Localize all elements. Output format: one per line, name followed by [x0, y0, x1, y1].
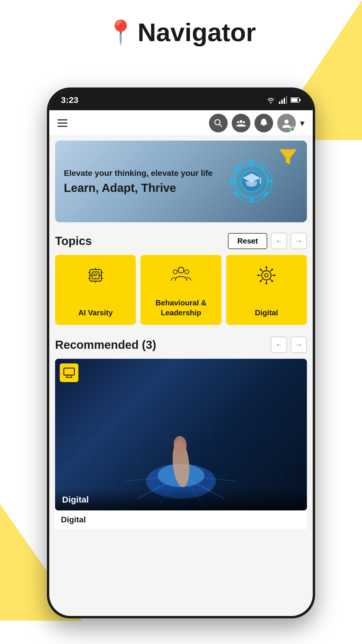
app-title: 📍 Navigator — [0, 18, 362, 47]
monitor-icon — [63, 368, 75, 378]
svg-rect-64 — [64, 368, 74, 375]
search-button[interactable] — [209, 114, 228, 132]
hero-title: Learn, Adapt, Thrive — [64, 181, 298, 195]
phone-notch — [143, 90, 219, 102]
topic-card-digital[interactable]: Digital — [226, 255, 307, 325]
svg-point-11 — [237, 121, 239, 123]
leadership-label: Behavioural & Leadership — [145, 298, 217, 318]
ai-varsity-label: AI Varsity — [78, 308, 113, 318]
svg-rect-1 — [279, 102, 280, 104]
svg-point-10 — [240, 120, 242, 123]
svg-point-44 — [173, 270, 177, 274]
wifi-icon — [266, 96, 275, 104]
svg-line-9 — [219, 124, 222, 127]
reset-button[interactable]: Reset — [228, 233, 267, 249]
svg-point-57 — [266, 283, 267, 284]
svg-point-0 — [270, 102, 272, 104]
profile-button[interactable] — [277, 114, 296, 132]
status-icons — [266, 96, 301, 104]
battery-icon — [291, 97, 301, 103]
topic-card-ai-varsity[interactable]: AI AI Varsity — [55, 255, 136, 325]
svg-rect-2 — [281, 100, 283, 104]
svg-rect-6 — [291, 98, 298, 102]
svg-point-62 — [271, 269, 273, 270]
recommended-header: Recommended (3) ← → — [55, 337, 307, 353]
topic-card-leadership[interactable]: Behavioural & Leadership — [140, 255, 221, 325]
recommended-next-icon: → — [295, 341, 302, 349]
pin-icon: 📍 — [106, 19, 135, 46]
signal-icon — [279, 96, 287, 104]
recommended-title: Recommended (3) — [55, 338, 156, 351]
ai-chip-icon: AI — [84, 264, 107, 287]
group-icon — [236, 119, 246, 127]
topics-controls: Reset ← → — [228, 233, 307, 249]
content-card-image — [55, 359, 307, 510]
profile-icon — [281, 118, 292, 128]
svg-line-55 — [261, 279, 262, 281]
svg-point-13 — [284, 120, 289, 124]
svg-point-12 — [243, 121, 245, 123]
app-title-text: Navigator — [138, 18, 256, 47]
hero-text: Elevate your thinking, elevate your life… — [55, 162, 307, 201]
status-time: 3:23 — [61, 95, 78, 105]
status-bar: 3:23 — [49, 90, 313, 110]
svg-line-53 — [270, 279, 272, 281]
svg-point-43 — [178, 267, 184, 273]
topics-title: Topics — [55, 235, 92, 248]
svg-point-60 — [260, 269, 261, 270]
recommended-controls: ← → — [271, 337, 307, 353]
nav-actions: ▾ — [209, 114, 305, 132]
svg-text:AI: AI — [93, 273, 97, 277]
svg-point-46 — [262, 271, 271, 280]
topics-prev-icon: ← — [275, 237, 282, 245]
bell-icon — [259, 118, 268, 128]
search-icon — [214, 118, 223, 128]
profile-online-dot — [290, 127, 295, 131]
svg-point-59 — [274, 274, 275, 276]
nav-bar: ▾ — [49, 110, 313, 136]
svg-point-56 — [266, 266, 267, 268]
digital-label: Digital — [255, 308, 278, 318]
recommended-prev-button[interactable]: ← — [271, 337, 287, 353]
svg-point-58 — [257, 274, 259, 276]
menu-button[interactable] — [57, 119, 67, 127]
group-button[interactable] — [232, 114, 250, 132]
svg-rect-7 — [300, 99, 301, 101]
leadership-icon — [169, 264, 193, 287]
svg-point-63 — [260, 280, 261, 282]
topics-next-button[interactable]: → — [291, 233, 307, 249]
svg-point-47 — [265, 274, 268, 277]
app-header: 📍 Navigator — [0, 18, 362, 47]
recommended-prev-icon: ← — [275, 341, 282, 349]
hero-subtitle: Elevate your thinking, elevate your life — [64, 168, 298, 178]
card-subtitle: Digital — [55, 510, 307, 529]
content-card-badge — [60, 363, 78, 382]
svg-point-45 — [185, 270, 189, 274]
phone-inner: 3:23 — [49, 90, 313, 616]
topics-grid: AI AI Varsity — [55, 255, 307, 330]
hero-banner: Elevate your thinking, elevate your life… — [55, 141, 307, 222]
svg-line-52 — [261, 270, 262, 271]
svg-point-61 — [271, 280, 273, 282]
digital-icon — [255, 264, 278, 287]
topics-next-icon: → — [295, 237, 302, 245]
content-card-title-overlay: Digital — [55, 489, 307, 510]
chevron-down-icon[interactable]: ▾ — [300, 118, 305, 129]
svg-rect-4 — [286, 96, 287, 104]
content-card-category: Digital — [62, 495, 89, 504]
recommended-next-button[interactable]: → — [291, 337, 307, 353]
bell-button[interactable] — [254, 114, 273, 132]
app-content: ▾ Elevate your thinking, elevate your li… — [49, 110, 313, 616]
content-card-digital[interactable]: Digital — [55, 359, 307, 510]
topics-prev-button[interactable]: ← — [271, 233, 287, 249]
topics-section: Topics Reset ← → — [49, 227, 313, 330]
svg-line-54 — [270, 270, 272, 271]
phone-frame: 3:23 — [47, 88, 315, 618]
topics-header: Topics Reset ← → — [55, 233, 307, 249]
recommended-section: Recommended (3) ← → — [49, 330, 313, 529]
svg-rect-3 — [284, 98, 285, 104]
